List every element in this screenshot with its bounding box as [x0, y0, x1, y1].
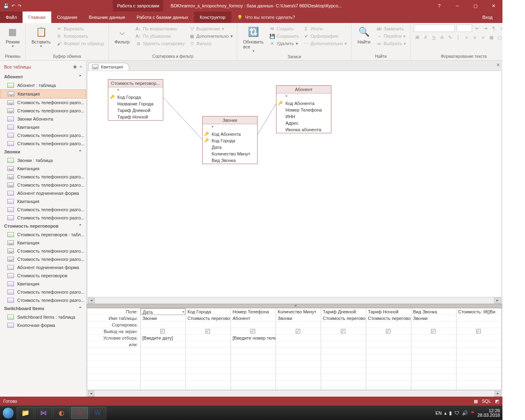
grid-column[interactable]: Код ГородаСтоимость перегово: [186, 308, 231, 390]
login-link[interactable]: Вход: [477, 11, 498, 23]
design-table-field[interactable]: Количество Минут: [203, 151, 257, 157]
nav-item[interactable]: Стоимость телефонного разго...: [0, 131, 86, 139]
query-designer-pane[interactable]: Стоимость переговор...*Код ГородаНазвани…: [87, 71, 502, 304]
grid-cell[interactable]: [141, 381, 185, 387]
grid-cell[interactable]: [411, 368, 456, 374]
toggle-filter-button[interactable]: ▽Фильтр: [188, 40, 234, 47]
font-selector[interactable]: [414, 25, 455, 32]
nav-item[interactable]: Звонки : таблица: [0, 156, 86, 164]
nav-item[interactable]: Стоимость телефонного разго...: [0, 296, 86, 304]
close-doc-icon[interactable]: ✕: [496, 62, 500, 68]
grid-cell[interactable]: [186, 348, 231, 354]
advanced-filter-button[interactable]: ▦Дополнительно ▾: [188, 33, 234, 39]
grid-cell[interactable]: [231, 328, 276, 335]
scroll-left-icon[interactable]: ◄: [88, 298, 95, 304]
nav-item[interactable]: Стоимость переговоров: [0, 272, 86, 280]
design-table-field[interactable]: *: [276, 94, 331, 100]
design-table-field[interactable]: Вид Звонка: [203, 157, 257, 164]
grid-cell[interactable]: [321, 381, 366, 387]
sort-desc-button[interactable]: A↑По убыванию: [135, 33, 185, 39]
grid-cell[interactable]: Дата: [141, 308, 185, 315]
redo-icon[interactable]: ↷: [18, 3, 21, 9]
grid-cell[interactable]: [276, 341, 321, 348]
tab-external[interactable]: Внешние данные: [83, 11, 131, 23]
view-mode-button[interactable]: ▦ Режим▾: [3, 25, 22, 53]
grid-cell[interactable]: [457, 381, 501, 387]
indent-increase-icon[interactable]: ⇥: [482, 25, 489, 32]
nav-item[interactable]: Стоимость телефонного разго...: [0, 255, 86, 263]
more-records-button[interactable]: ⋯Дополнительно ▾: [302, 40, 348, 47]
splitter-handle[interactable]: [87, 304, 502, 308]
grid-cell[interactable]: Стоимость: IIf([Ви: [457, 308, 501, 315]
grid-cell[interactable]: [276, 322, 321, 328]
grid-cell[interactable]: [366, 335, 411, 341]
nav-item[interactable]: Стоимость телефонного разго...: [0, 288, 86, 296]
grid-column[interactable]: Тариф НочнойСтоимость перегово: [366, 308, 411, 390]
start-button[interactable]: [0, 406, 16, 420]
save-record-button[interactable]: 💾Сохранить: [269, 33, 300, 39]
checkbox-icon[interactable]: [476, 329, 481, 333]
grid-cell[interactable]: Код Города: [186, 308, 231, 315]
tab-file[interactable]: Файл: [0, 11, 23, 23]
design-table-field[interactable]: Название Города: [108, 100, 163, 107]
checkbox-icon[interactable]: [341, 329, 345, 333]
grid-cell[interactable]: [231, 322, 276, 328]
grid-cell[interactable]: [411, 361, 456, 368]
nav-item[interactable]: Абонент подчиненная форма: [0, 263, 86, 272]
grid-cell[interactable]: [366, 322, 411, 328]
grid-cell[interactable]: [Введите номер теле: [231, 335, 276, 341]
grid-cell[interactable]: Звонки: [141, 315, 185, 322]
maximize-button[interactable]: ▢: [466, 0, 484, 11]
bullets-icon[interactable]: ≡: [498, 25, 502, 32]
spelling-button[interactable]: ✔Орфография: [302, 33, 348, 39]
tab-constructor[interactable]: Конструктор: [194, 11, 231, 23]
format-painter-button[interactable]: 🖌Формат по образцу: [56, 40, 105, 47]
grid-cell[interactable]: [186, 361, 231, 368]
grid-cell[interactable]: [141, 348, 185, 354]
help-icon[interactable]: ?: [430, 0, 448, 11]
new-record-button[interactable]: ✉Создать: [269, 25, 300, 32]
bold-icon[interactable]: Ж: [414, 34, 421, 41]
design-table[interactable]: Абонент*Код АбонентаНомер ТелефонаИННАдр…: [276, 85, 331, 133]
grid-cell[interactable]: [457, 315, 501, 322]
grid-cell[interactable]: [141, 361, 185, 368]
taskbar-word[interactable]: W: [89, 407, 106, 419]
grid-column[interactable]: Номер ТелефонаАбонент[Введите номер теле: [231, 308, 276, 390]
grid-cell[interactable]: [276, 368, 321, 374]
taskbar-firefox[interactable]: ◐: [53, 407, 70, 419]
grid-column[interactable]: ДатаЗвонки[Введите дату]: [141, 308, 186, 390]
grid-cell[interactable]: [366, 361, 411, 368]
grid-cell[interactable]: [457, 348, 501, 354]
nav-item[interactable]: Квитанция: [0, 123, 86, 131]
grid-cell[interactable]: [231, 341, 276, 348]
grid-cell[interactable]: [276, 381, 321, 387]
tab-create[interactable]: Создание: [51, 11, 83, 23]
grid-cell[interactable]: Тариф Ночной: [366, 308, 411, 315]
grid-cell[interactable]: Вид Звонка: [411, 308, 456, 315]
grid-cell[interactable]: [186, 354, 231, 361]
grid-cell[interactable]: [186, 374, 231, 381]
grid-scroll-right-icon[interactable]: ►: [495, 391, 501, 397]
grid-cell[interactable]: [321, 354, 366, 361]
design-table-field[interactable]: Код Абонента: [276, 100, 331, 107]
nav-item[interactable]: Абонент подчиненная форма: [0, 189, 86, 197]
taskbar-explorer[interactable]: 📁: [17, 407, 34, 419]
design-table-field[interactable]: ИНН: [276, 113, 331, 120]
navpane-menu-icon[interactable]: ◉: [73, 64, 77, 69]
view-design-icon[interactable]: ◩: [495, 399, 499, 404]
grid-cell[interactable]: [141, 374, 185, 381]
grid-cell[interactable]: Номер Телефона: [231, 308, 276, 315]
copy-button[interactable]: ⎘Копировать: [56, 33, 105, 39]
tray-up-icon[interactable]: ▴: [444, 410, 447, 416]
filter-button[interactable]: ⌵ Фильтр: [112, 25, 132, 53]
grid-cell[interactable]: [Введите дату]: [141, 335, 185, 341]
grid-cell[interactable]: [457, 368, 501, 374]
grid-cell[interactable]: Звонки: [411, 315, 456, 322]
nav-item[interactable]: Стоимость телефонного разго...: [0, 214, 86, 222]
grid-cell[interactable]: [231, 348, 276, 354]
navpane-collapse-icon[interactable]: «: [80, 64, 82, 69]
paste-button[interactable]: 📋 Вставить▾: [29, 25, 53, 53]
grid-cell[interactable]: [457, 374, 501, 381]
nav-item[interactable]: Стоимость телефонного разго...: [0, 98, 86, 107]
grid-cell[interactable]: [457, 361, 501, 368]
